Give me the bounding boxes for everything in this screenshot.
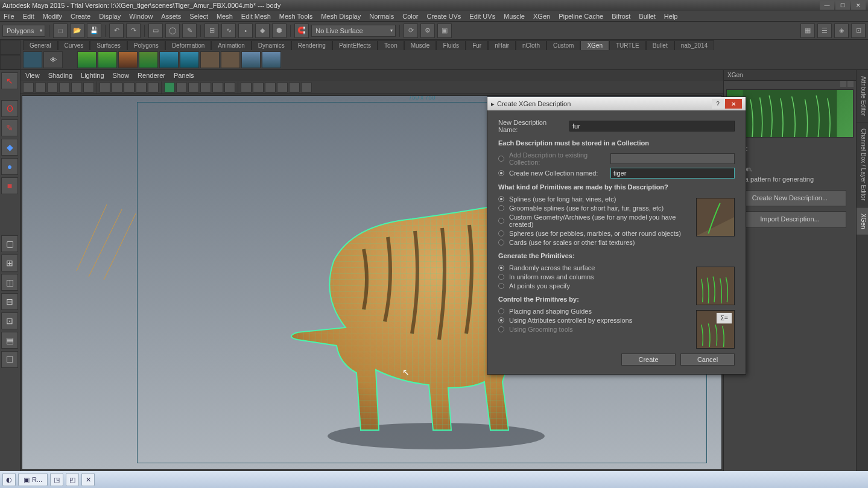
vp-xray-icon[interactable] (176, 82, 187, 93)
shelf-tab-rendering[interactable]: Rendering (291, 40, 332, 50)
history-icon[interactable]: ⟳ (404, 24, 418, 38)
redo-icon[interactable]: ↷ (126, 24, 141, 38)
shelf-tab-muscle[interactable]: Muscle (404, 40, 437, 50)
lasso-icon[interactable]: ◯ (165, 24, 180, 38)
taskbar-icon2[interactable]: ◰ (66, 473, 79, 486)
taskbar-item[interactable]: ▣R... (18, 473, 48, 486)
paint-select-icon[interactable]: ✎ (182, 24, 197, 38)
outliner-icon[interactable]: ☰ (817, 24, 832, 38)
vp-tool1-icon[interactable] (277, 82, 288, 93)
vp-motion-blur-icon[interactable] (200, 82, 211, 93)
vp-grid-icon[interactable] (83, 82, 94, 93)
radio-grooming[interactable] (498, 326, 504, 332)
menu-set-dropdown[interactable]: Polygons (2, 25, 45, 37)
vp-ao-icon[interactable] (188, 82, 199, 93)
taskbar-close[interactable]: ✕ (81, 473, 95, 486)
vp-menu-renderer[interactable]: Renderer (138, 72, 165, 79)
vp-film-gate-icon[interactable] (59, 82, 70, 93)
vp-isolate-icon[interactable] (164, 82, 175, 93)
rotate-tool[interactable]: ● (1, 158, 18, 175)
menu-modify[interactable]: Modify (43, 13, 62, 20)
vp-menu-panels[interactable]: Panels (174, 72, 194, 79)
select-tool[interactable]: ↖ (1, 72, 18, 89)
vp-tool3-icon[interactable] (301, 82, 312, 93)
menu-mesh-tools[interactable]: Mesh Tools (279, 13, 312, 20)
vp-image-plane-icon[interactable] (47, 82, 58, 93)
radio-random[interactable] (498, 265, 504, 271)
shelf-tab-surfaces[interactable]: Surfaces (90, 40, 127, 50)
shelf-tab-bullet[interactable]: Bullet (646, 40, 674, 50)
radio-splines[interactable] (498, 196, 504, 202)
menu-assets[interactable]: Assets (161, 13, 181, 20)
radio-guides[interactable] (498, 308, 504, 314)
radio-uniform[interactable] (498, 274, 504, 280)
radio-create-new[interactable] (498, 170, 504, 176)
dialog-help-button[interactable]: ? (712, 99, 724, 109)
vp-menu-show[interactable]: Show (113, 72, 130, 79)
menu-bifrost[interactable]: Bifrost (612, 13, 630, 20)
sidetab-attribute-editor[interactable]: Attribute Editor (857, 70, 868, 122)
maximize-button[interactable]: ☐ (835, 1, 850, 10)
shelf-tab-nhair[interactable]: nHair (488, 40, 516, 50)
layout-three[interactable]: ⊡ (1, 312, 18, 329)
radio-attributes[interactable] (498, 317, 504, 323)
taskbar-icon1[interactable]: ◳ (50, 473, 63, 486)
layout-icon[interactable]: ▦ (800, 24, 815, 38)
shelf-icon-import[interactable] (262, 51, 281, 68)
import-description-button[interactable]: Import Description... (733, 211, 846, 228)
vp-menu-shading[interactable]: Shading (48, 72, 72, 79)
shelf-icon-xgen-toggle[interactable] (23, 51, 42, 68)
menu-edit[interactable]: Edit (23, 13, 34, 20)
menu-help[interactable]: Help (664, 13, 678, 20)
shelf-tab-deformation[interactable]: Deformation (165, 40, 211, 50)
move-tool[interactable]: ◆ (1, 139, 18, 156)
shelf-icon-desc4[interactable] (139, 51, 158, 68)
render-icon[interactable]: ▣ (437, 24, 452, 38)
show-all-icon[interactable]: ⊡ (851, 24, 866, 38)
shelf-tab-fluids[interactable]: Fluids (436, 40, 466, 50)
menu-edit-uvs[interactable]: Edit UVs (469, 13, 495, 20)
create-new-description-button[interactable]: Create New Description... (733, 190, 846, 207)
layout-outliner[interactable]: ▤ (1, 332, 18, 349)
radio-cards[interactable] (498, 239, 504, 246)
snap-grid-icon[interactable]: ⊞ (204, 24, 219, 38)
snap-plane-icon[interactable]: ◆ (255, 24, 270, 38)
vp-bookmark-icon[interactable] (35, 82, 46, 93)
radio-points[interactable] (498, 283, 504, 289)
shelf-tab-curves[interactable]: Curves (58, 40, 90, 50)
snap-point-icon[interactable]: • (238, 24, 253, 38)
menu-xgen[interactable]: XGen (533, 13, 550, 20)
menu-create-uvs[interactable]: Create UVs (426, 13, 461, 20)
description-name-input[interactable] (569, 121, 735, 132)
shelf-icon-guides1[interactable] (159, 51, 179, 68)
shelf-tab-nab2014[interactable]: nab_2014 (674, 40, 715, 50)
menu-muscle[interactable]: Muscle (504, 13, 525, 20)
vp-resolution-gate-icon[interactable] (71, 82, 82, 93)
menu-pipeline-cache[interactable]: Pipeline Cache (559, 13, 603, 20)
shelf-icon-export[interactable] (241, 51, 261, 68)
vp-shadows-icon[interactable] (148, 82, 159, 93)
vp-menu-view[interactable]: View (25, 72, 40, 79)
make-live-icon[interactable]: 🧲 (294, 24, 309, 38)
menu-mesh[interactable]: Mesh (217, 13, 233, 20)
hypershade-icon[interactable]: ◈ (834, 24, 849, 38)
shelf-tab-animation[interactable]: Animation (211, 40, 251, 50)
shelf-tab-general[interactable]: General (23, 40, 58, 50)
snap-surface-icon[interactable]: ⬢ (272, 24, 287, 38)
paint-tool[interactable]: ✎ (1, 119, 18, 136)
layout-single[interactable]: ▢ (1, 235, 18, 252)
vp-multisample-icon[interactable] (212, 82, 223, 93)
shelf-tab-custom[interactable]: Custom (546, 40, 580, 50)
shelf-icon-desc1[interactable] (77, 51, 97, 68)
new-collection-input[interactable] (610, 168, 735, 179)
layout-persp[interactable]: ☐ (1, 351, 18, 368)
menu-display[interactable]: Display (99, 13, 121, 20)
menu-window[interactable]: Window (129, 13, 153, 20)
shelf-icon-patch1[interactable] (200, 51, 220, 68)
vp-wireframe-icon[interactable] (100, 82, 110, 93)
shelf-tab-fur[interactable]: Fur (466, 40, 488, 50)
start-button[interactable]: ◐ (2, 473, 16, 486)
vp-gamma-icon[interactable] (265, 82, 276, 93)
menu-edit-mesh[interactable]: Edit Mesh (241, 13, 271, 20)
sidetab-xgen[interactable]: XGen (857, 208, 868, 236)
